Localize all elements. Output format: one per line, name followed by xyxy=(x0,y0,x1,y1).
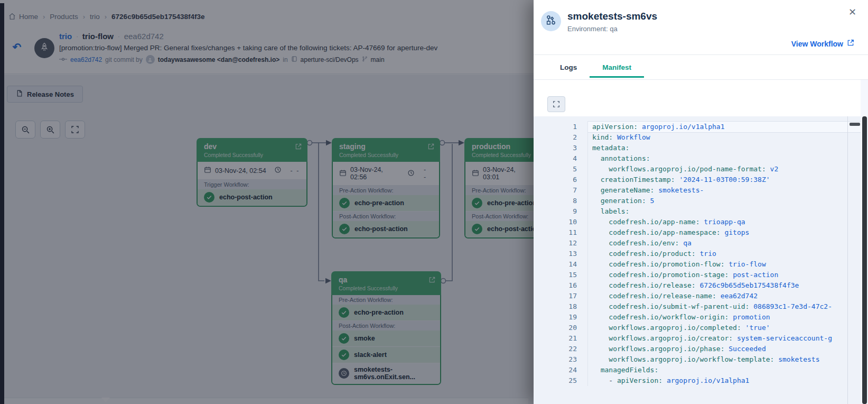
panel-scrollbar-thumb[interactable] xyxy=(862,116,867,404)
line-content: codefresh.io/submit-wf-parent-uid: 08689… xyxy=(587,301,861,312)
line-number: 11 xyxy=(534,227,587,238)
line-content: codefresh.io/app-name: trioapp-qa xyxy=(587,217,861,227)
line-content: workflows.argoproj.io/pod-name-format: v… xyxy=(587,164,861,175)
code-line: 4 annotations: xyxy=(534,153,861,164)
code-line: 8 generation: 5 xyxy=(534,196,861,206)
code-line: 10 codefresh.io/app-name: trioapp-qa xyxy=(534,217,861,227)
line-content: apiVersion: argoproj.io/v1alpha1 xyxy=(587,122,861,132)
line-content: codefresh.io/workflow-origin: promotion xyxy=(587,312,861,323)
line-number: 20 xyxy=(534,323,587,333)
code-line: 23 workflows.argoproj.io/workflow-templa… xyxy=(534,354,861,365)
code-line: 25 - apiVersion: argoproj.io/v1alpha1 xyxy=(534,375,861,386)
expand-code-button[interactable] xyxy=(547,96,565,112)
line-content: codefresh.io/promotion-flow: trio-flow xyxy=(587,259,861,270)
manifest-code-editor[interactable]: 1apiVersion: argoproj.io/v1alpha12kind: … xyxy=(534,116,861,404)
code-line: 6 creationTimestamp: '2024-11-03T00:59:3… xyxy=(534,175,861,185)
line-content: managedFields: xyxy=(587,365,861,375)
editor-scrollbar-thumb[interactable] xyxy=(850,123,860,126)
line-content: labels: xyxy=(587,206,861,217)
code-line: 16 codefresh.io/release: 6726c9b65d5eb17… xyxy=(534,280,861,291)
view-workflow-label: View Workflow xyxy=(791,40,843,48)
workflow-dag-icon xyxy=(545,14,557,28)
line-number: 6 xyxy=(534,175,587,185)
workflow-environment: Environment: qa xyxy=(567,25,618,33)
line-content: annotations: xyxy=(587,153,861,164)
line-content: codefresh.io/release: 6726c9b65d5eb17543… xyxy=(587,280,861,291)
code-line: 9 labels: xyxy=(534,206,861,217)
line-number: 10 xyxy=(534,217,587,227)
line-number: 9 xyxy=(534,206,587,217)
code-line: 13 codefresh.io/product: trio xyxy=(534,249,861,259)
panel-tabs: LogsManifest xyxy=(547,55,644,78)
line-number: 8 xyxy=(534,196,587,206)
code-line: 21 workflows.argoproj.io/creator: system… xyxy=(534,333,861,344)
line-content: workflows.argoproj.io/creator: system-se… xyxy=(587,333,861,344)
code-line: 20 workflows.argoproj.io/completed: 'tru… xyxy=(534,323,861,333)
code-line: 5 workflows.argoproj.io/pod-name-format:… xyxy=(534,164,861,175)
line-content: codefresh.io/release-name: eea62d742 xyxy=(587,291,861,301)
line-content: metadata: xyxy=(587,143,861,153)
line-content: workflows.argoproj.io/completed: 'true' xyxy=(587,323,861,333)
line-number: 23 xyxy=(534,354,587,365)
line-number: 16 xyxy=(534,280,587,291)
workflow-title: smoketests-sm6vs xyxy=(567,11,657,22)
tab-logs[interactable]: Logs xyxy=(547,55,590,78)
close-icon[interactable]: ✕ xyxy=(846,4,858,20)
code-line: 2kind: Workflow xyxy=(534,132,861,143)
line-content: codefresh.io/promotion-stage: post-actio… xyxy=(587,270,861,280)
line-content: workflows.argoproj.io/workflow-template:… xyxy=(587,354,861,365)
line-number: 25 xyxy=(534,375,587,386)
code-line: 24 managedFields: xyxy=(534,365,861,375)
line-content: kind: Workflow xyxy=(587,132,861,143)
line-number: 19 xyxy=(534,312,587,323)
code-line: 11 codefresh.io/app-namespace: gitops xyxy=(534,227,861,238)
line-number: 18 xyxy=(534,301,587,312)
code-line: 18 codefresh.io/submit-wf-parent-uid: 08… xyxy=(534,301,861,312)
line-number: 4 xyxy=(534,153,587,164)
code-line: 1apiVersion: argoproj.io/v1alpha1 xyxy=(534,122,861,132)
line-number: 1 xyxy=(534,122,587,132)
code-line: 3metadata: xyxy=(534,143,861,153)
line-content: creationTimestamp: '2024-11-03T00:59:38Z… xyxy=(587,175,861,185)
code-line: 19 codefresh.io/workflow-origin: promoti… xyxy=(534,312,861,323)
line-number: 14 xyxy=(534,259,587,270)
line-number: 5 xyxy=(534,164,587,175)
line-content: codefresh.io/app-namespace: gitops xyxy=(587,227,861,238)
line-number: 22 xyxy=(534,344,587,354)
code-line: 14 codefresh.io/promotion-flow: trio-flo… xyxy=(534,259,861,270)
line-content: - apiVersion: argoproj.io/v1alpha1 xyxy=(587,375,861,386)
line-content: workflows.argoproj.io/phase: Succeeded xyxy=(587,344,861,354)
divider xyxy=(534,79,868,80)
code-line: 22 workflows.argoproj.io/phase: Succeede… xyxy=(534,344,861,354)
line-number: 3 xyxy=(534,143,587,153)
line-content: generateName: smoketests- xyxy=(587,185,861,196)
line-number: 24 xyxy=(534,365,587,375)
line-number: 17 xyxy=(534,291,587,301)
line-number: 12 xyxy=(534,238,587,249)
line-number: 2 xyxy=(534,132,587,143)
line-number: 21 xyxy=(534,333,587,344)
line-number: 15 xyxy=(534,270,587,280)
codefresh-release-page: Home›Products›trio›6726c9b65d5eb175438f4… xyxy=(0,0,868,404)
code-line: 17 codefresh.io/release-name: eea62d742 xyxy=(534,291,861,301)
line-content: codefresh.io/env: qa xyxy=(587,238,861,249)
code-line: 12 codefresh.io/env: qa xyxy=(534,238,861,249)
line-number: 7 xyxy=(534,185,587,196)
modal-dim-overlay[interactable] xyxy=(0,0,534,404)
line-content: generation: 5 xyxy=(587,196,861,206)
line-number: 13 xyxy=(534,249,587,259)
line-content: codefresh.io/product: trio xyxy=(587,249,861,259)
view-workflow-link[interactable]: View Workflow xyxy=(791,39,854,48)
code-line: 15 codefresh.io/promotion-stage: post-ac… xyxy=(534,270,861,280)
external-link-icon xyxy=(847,39,854,48)
tab-manifest[interactable]: Manifest xyxy=(590,55,644,78)
code-clip-border xyxy=(847,116,848,404)
workflow-avatar xyxy=(541,11,561,31)
workflow-details-drawer: ✕ smoketests-sm6vs Environment: qa View … xyxy=(534,0,868,404)
code-line: 7 generateName: smoketests- xyxy=(534,185,861,196)
